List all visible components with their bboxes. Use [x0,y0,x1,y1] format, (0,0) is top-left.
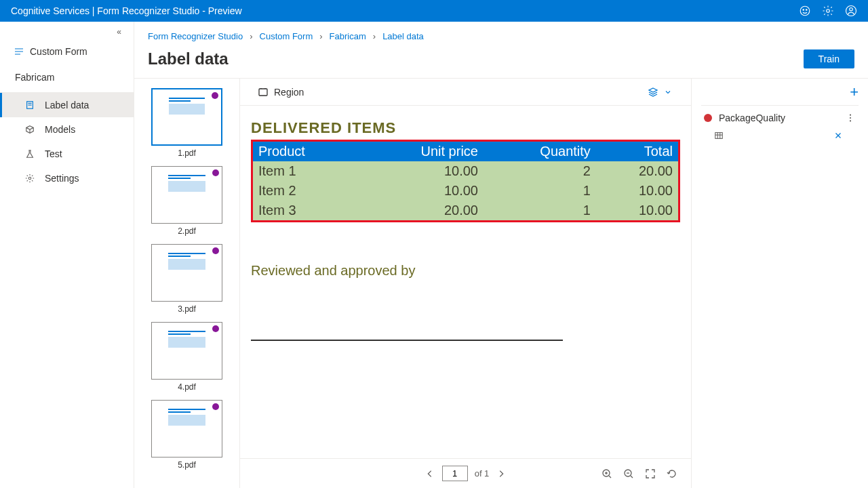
region-label: Region [274,87,304,98]
field-item[interactable]: PackageQuality [701,106,859,130]
fields-panel: + PackageQuality [692,79,868,488]
layers-icon [648,87,658,98]
nav-models[interactable]: Models [0,117,134,142]
svg-rect-24 [715,133,723,139]
canvas-footer: of 1 [240,458,691,488]
crumb-project[interactable]: Fabricam [330,31,366,41]
rotate-icon[interactable] [667,468,677,479]
sidebar: « Custom Form Fabricam Label data Models… [0,22,134,488]
add-field-button[interactable]: + [850,83,859,101]
crumb-current[interactable]: Label data [382,31,424,41]
nav-label: Test [45,148,62,159]
zoom-out-icon[interactable] [623,468,634,479]
svg-point-23 [850,120,851,121]
col-product: Product [253,142,359,161]
reviewed-label: Reviewed and approved by [251,263,680,279]
nav-label-data[interactable]: Label data [0,93,134,117]
nav-label: Label data [45,100,89,110]
thumb-label: 3.pdf [178,302,196,317]
project-name[interactable]: Fabricam [0,68,134,92]
title-row: Label data Train [134,45,868,79]
sidebar-section: Custom Form [0,42,134,68]
signature-line [251,340,563,341]
document-icon [24,100,35,110]
thumb-1[interactable]: 1.pdf [151,88,222,161]
svg-rect-13 [259,89,267,96]
delete-icon[interactable] [833,130,844,141]
svg-point-0 [800,6,810,16]
breadcrumb: Form Recognizer Studio› Custom Form› Fab… [134,22,868,45]
page-input[interactable] [442,466,468,481]
custom-form-icon [14,46,24,57]
page-title: Label data [148,49,229,68]
top-bar: Cognitive Services | Form Recognizer Stu… [0,0,868,22]
prev-page-icon[interactable] [425,468,435,479]
svg-point-21 [850,115,851,116]
region-tool[interactable]: Region [258,87,304,98]
table-selection: Product Unit price Quantity Total Item 1… [251,140,680,222]
col-unit: Unit price [359,142,484,161]
status-dot-icon [212,169,219,176]
sidebar-nav: Label data Models Test Settings [0,92,134,190]
canvas-area: Region DELIVERED ITEMS Product Unit pric… [239,79,692,488]
cube-icon [24,124,35,135]
document-view[interactable]: DELIVERED ITEMS Product Unit price Quant… [240,106,691,458]
svg-line-19 [631,476,633,478]
table-icon[interactable] [713,130,724,141]
crumb-custom[interactable]: Custom Form [260,31,313,41]
thumb-3[interactable]: 3.pdf [151,244,222,317]
zoom-tools [601,468,677,479]
field-subtype [701,130,859,141]
field-name: PackageQuality [719,113,785,123]
crumb-root[interactable]: Form Recognizer Studio [148,31,243,41]
svg-point-12 [28,177,31,180]
table-row: Item 110.00220.00 [253,161,678,181]
status-dot-icon [212,247,219,254]
app-title: Cognitive Services | Form Recognizer Stu… [11,5,799,16]
thumb-2[interactable]: 2.pdf [151,166,222,239]
nav-test[interactable]: Test [0,142,134,166]
nav-label: Models [45,124,75,135]
gear-icon [24,173,35,184]
field-color-dot [704,114,712,122]
topbar-actions [799,5,857,17]
col-total: Total [596,142,678,161]
workspace: 1.pdf 2.pdf 3.pdf 4.pdf 5.pdf Region [134,79,868,488]
thumb-4[interactable]: 4.pdf [151,322,222,394]
doc-heading: DELIVERED ITEMS [251,119,680,137]
sidebar-collapse[interactable]: « [0,22,134,42]
svg-point-1 [803,9,804,11]
zoom-in-icon[interactable] [601,468,612,479]
thumb-label: 5.pdf [178,458,196,472]
status-dot-icon [212,92,218,99]
layers-tool[interactable] [648,87,673,98]
svg-line-15 [609,476,611,478]
settings-icon[interactable] [822,5,834,17]
sidebar-section-label: Custom Form [30,46,87,57]
col-qty: Quantity [484,142,596,161]
next-page-icon[interactable] [496,468,507,479]
thumb-label: 1.pdf [178,146,196,161]
flask-icon [24,148,35,159]
fields-header: + [701,79,859,106]
items-table: Product Unit price Quantity Total Item 1… [253,142,678,220]
nav-settings[interactable]: Settings [0,166,134,190]
svg-point-2 [806,9,808,11]
feedback-icon[interactable] [799,5,811,17]
svg-point-22 [850,117,851,119]
thumb-5[interactable]: 5.pdf [151,400,222,472]
canvas-toolbar: Region [240,79,691,106]
page-total: of 1 [475,468,490,479]
table-row: Item 210.00110.00 [253,181,678,201]
status-dot-icon [212,325,219,332]
fit-icon[interactable] [645,468,656,479]
account-icon[interactable] [845,5,857,17]
pager: of 1 [425,466,507,481]
region-icon [258,87,269,98]
thumb-label: 4.pdf [178,380,196,394]
train-button[interactable]: Train [804,49,854,68]
chevron-down-icon [663,87,673,98]
table-row: Item 320.00110.00 [253,201,678,220]
status-dot-icon [212,403,219,410]
more-icon[interactable] [845,113,856,123]
